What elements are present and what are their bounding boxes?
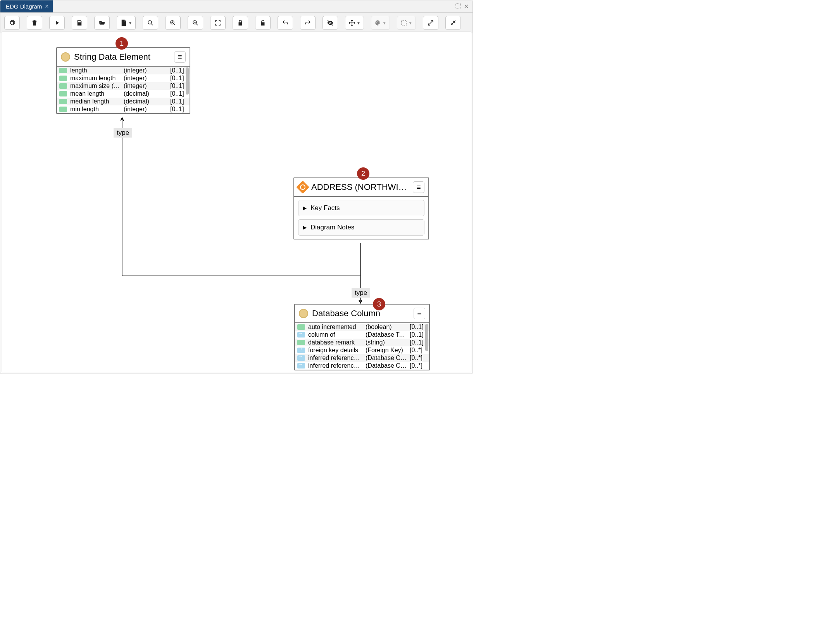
undo-button[interactable] xyxy=(278,16,293,30)
diagram-canvas[interactable]: type type 1 String Data Element length(i… xyxy=(2,31,471,372)
node-menu-button[interactable] xyxy=(413,181,424,193)
svg-point-1 xyxy=(148,21,152,24)
svg-point-6 xyxy=(379,22,379,23)
node-menu-button[interactable] xyxy=(414,308,425,319)
maximize-icon[interactable] xyxy=(455,3,461,10)
move-dropdown[interactable]: ▼ xyxy=(345,16,364,30)
property-cardinality: [0..1] xyxy=(170,106,187,113)
zoom-in-button[interactable] xyxy=(165,16,181,30)
zoom-out-button[interactable] xyxy=(188,16,203,30)
property-name: inferred referenc… xyxy=(308,355,362,362)
property-row[interactable]: length(integer)[0..1] xyxy=(57,67,190,74)
node-header: String Data Element xyxy=(57,48,190,67)
property-name: inferred referenc… xyxy=(308,362,362,369)
props-list: auto incremented(boolean)[0..1]column of… xyxy=(295,323,429,370)
caret-down-icon: ▼ xyxy=(383,21,386,25)
expand-icon: ▶ xyxy=(303,225,307,230)
property-name: column of xyxy=(308,331,362,338)
property-row[interactable]: median length(decimal)[0..1] xyxy=(57,98,190,105)
section-diagram-notes[interactable]: ▶ Diagram Notes xyxy=(298,219,424,236)
property-name: median length xyxy=(70,98,121,105)
scrollbar[interactable] xyxy=(425,324,428,369)
property-type: (boolean) xyxy=(366,324,407,331)
app-window: EDG Diagram × × ▼ xyxy=(0,0,473,374)
close-window-icon[interactable]: × xyxy=(464,2,469,11)
tab-title: EDG Diagram xyxy=(6,3,42,10)
property-cardinality: [0..1] xyxy=(170,90,187,97)
property-cardinality: [0..1] xyxy=(410,324,427,331)
caret-down-icon: ▼ xyxy=(128,21,132,25)
section-label: Diagram Notes xyxy=(310,224,354,231)
export-dropdown[interactable]: ▼ xyxy=(117,16,136,30)
relation-icon xyxy=(297,332,305,337)
attribute-icon xyxy=(297,324,305,330)
node-title: Database Column xyxy=(312,308,410,319)
caret-down-icon: ▼ xyxy=(409,21,412,25)
property-row[interactable]: maximum length(integer)[0..1] xyxy=(57,74,190,82)
property-row[interactable]: min length(integer)[0..1] xyxy=(57,105,190,113)
svg-point-5 xyxy=(378,21,378,22)
window-controls: × xyxy=(455,0,473,12)
property-name: length xyxy=(70,67,121,74)
property-cardinality: [0..1] xyxy=(410,331,427,338)
svg-rect-7 xyxy=(402,21,406,25)
relation-icon xyxy=(297,363,305,368)
tab-edg-diagram[interactable]: EDG Diagram × xyxy=(0,0,53,12)
property-type: (string) xyxy=(366,339,407,346)
collapse-button[interactable] xyxy=(445,16,461,30)
property-type: (Database Table) xyxy=(366,331,407,338)
instance-icon xyxy=(296,181,309,194)
property-type: (integer) xyxy=(124,83,167,90)
attribute-icon xyxy=(297,340,305,345)
property-row[interactable]: foreign key details(Foreign Key)[0..*] xyxy=(295,346,429,354)
attribute-icon xyxy=(59,76,67,81)
unlock-button[interactable] xyxy=(255,16,271,30)
property-name: mean length xyxy=(70,90,121,97)
node-database-column[interactable]: Database Column auto incremented(boolean… xyxy=(294,304,430,370)
property-row[interactable]: inferred referenc…(Database Colu…[0..*] xyxy=(295,354,429,362)
lock-button[interactable] xyxy=(233,16,248,30)
settings-button[interactable] xyxy=(4,16,20,30)
caret-down-icon: ▼ xyxy=(357,21,360,25)
node-string-data-element[interactable]: String Data Element length(integer)[0..1… xyxy=(56,47,190,114)
property-row[interactable]: maximum size (…(integer)[0..1] xyxy=(57,82,190,90)
save-button[interactable] xyxy=(72,16,87,30)
node-address[interactable]: ADDRESS (NORTHWIN… ▶ Key Facts ▶ Diagram… xyxy=(293,177,429,239)
select-dropdown[interactable]: ▼ xyxy=(397,16,416,30)
class-icon xyxy=(299,309,308,318)
badge-3: 3 xyxy=(373,298,385,310)
delete-button[interactable] xyxy=(27,16,42,30)
redo-button[interactable] xyxy=(300,16,316,30)
play-button[interactable] xyxy=(49,16,65,30)
property-name: maximum length xyxy=(70,75,121,82)
class-icon xyxy=(61,52,70,62)
attribute-icon xyxy=(59,68,67,73)
zoom-fit-button[interactable] xyxy=(143,16,158,30)
scrollbar[interactable] xyxy=(186,67,189,112)
tab-bar: EDG Diagram × × xyxy=(0,0,473,13)
property-row[interactable]: mean length(decimal)[0..1] xyxy=(57,90,190,98)
property-name: min length xyxy=(70,106,121,113)
hide-button[interactable] xyxy=(322,16,338,30)
property-row[interactable]: database remark(string)[0..1] xyxy=(295,339,429,346)
property-type: (Foreign Key) xyxy=(366,347,407,354)
property-type: (Database Colu… xyxy=(366,362,407,369)
property-name: database remark xyxy=(308,339,362,346)
palette-dropdown[interactable]: ▼ xyxy=(371,16,390,30)
property-row[interactable]: auto incremented(boolean)[0..1] xyxy=(295,323,429,331)
open-button[interactable] xyxy=(94,16,110,30)
fullscreen-button[interactable] xyxy=(210,16,226,30)
property-cardinality: [0..1] xyxy=(170,67,187,74)
property-row[interactable]: inferred referenc…(Database Colu…[0..*] xyxy=(295,362,429,370)
property-type: (integer) xyxy=(124,75,167,82)
node-menu-button[interactable] xyxy=(174,51,186,63)
property-cardinality: [0..*] xyxy=(410,347,427,354)
expand-button[interactable] xyxy=(423,16,438,30)
tab-close-icon[interactable]: × xyxy=(45,3,48,10)
property-row[interactable]: column of(Database Table)[0..1] xyxy=(295,331,429,339)
badge-1: 1 xyxy=(116,37,128,50)
svg-rect-0 xyxy=(456,3,460,8)
section-key-facts[interactable]: ▶ Key Facts xyxy=(298,200,424,216)
badge-2: 2 xyxy=(357,167,369,180)
property-cardinality: [0..1] xyxy=(170,83,187,90)
